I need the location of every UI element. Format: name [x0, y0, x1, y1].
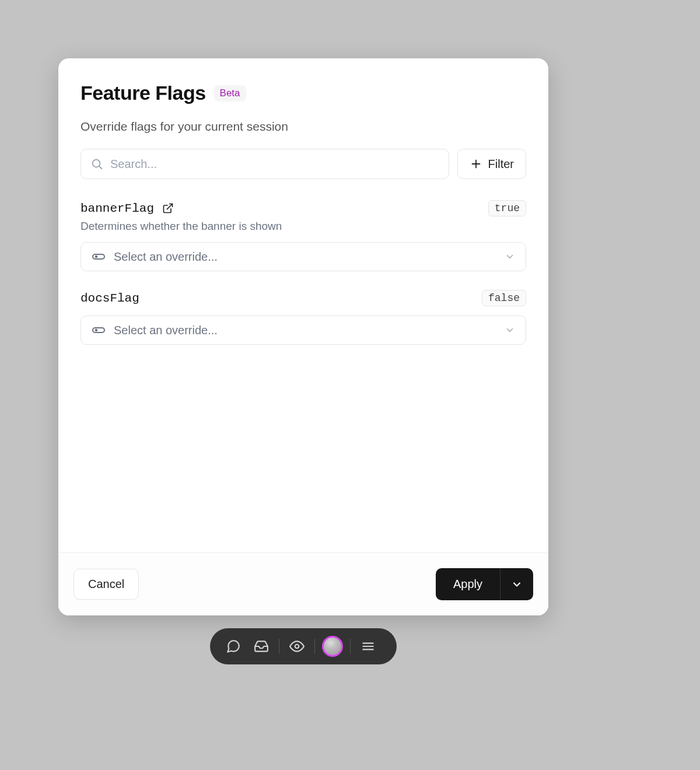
flag-name-row: bannerFlag — [80, 202, 174, 215]
svg-line-1 — [99, 166, 102, 169]
flag-value-badge: true — [488, 200, 526, 216]
avatar[interactable] — [322, 636, 343, 657]
avatar-button[interactable] — [320, 634, 345, 659]
menu-button[interactable] — [355, 634, 381, 659]
search-row: Filter — [80, 149, 526, 179]
search-box[interactable] — [80, 149, 449, 179]
chevron-down-icon — [505, 251, 515, 262]
svg-rect-5 — [93, 254, 104, 259]
flag-header: bannerFlag true — [80, 200, 526, 216]
override-select[interactable]: Select an override... — [80, 242, 526, 271]
toggle-icon — [92, 323, 106, 337]
svg-point-9 — [295, 645, 299, 649]
flag-item: docsFlag false Select an override... — [80, 290, 526, 345]
external-link-icon[interactable] — [162, 202, 174, 214]
override-placeholder: Select an override... — [114, 324, 218, 337]
flag-description: Determines whether the banner is shown — [80, 220, 526, 233]
apply-button[interactable]: Apply — [436, 568, 500, 600]
toggle-icon — [92, 250, 106, 264]
chevron-down-icon — [511, 579, 523, 590]
modal-footer: Cancel Apply — [58, 552, 548, 615]
svg-rect-7 — [93, 328, 104, 332]
override-left: Select an override... — [92, 323, 218, 337]
modal-body: Feature Flags Beta Override flags for yo… — [58, 58, 548, 552]
override-placeholder: Select an override... — [114, 250, 218, 264]
flag-name: docsFlag — [80, 292, 139, 305]
svg-line-4 — [167, 204, 172, 209]
flag-value-badge: false — [482, 290, 526, 306]
svg-point-8 — [95, 329, 98, 332]
menu-icon — [360, 639, 376, 654]
modal-subtitle: Override flags for your current session — [80, 120, 526, 134]
svg-point-6 — [95, 256, 98, 258]
chevron-down-icon — [505, 325, 515, 335]
inbox-icon — [254, 639, 269, 654]
title-row: Feature Flags Beta — [80, 82, 526, 104]
flag-name: bannerFlag — [80, 202, 154, 215]
cancel-button[interactable]: Cancel — [74, 569, 139, 600]
override-left: Select an override... — [92, 250, 218, 264]
filter-button[interactable]: Filter — [457, 149, 526, 179]
filter-label: Filter — [488, 158, 514, 171]
visibility-button[interactable] — [284, 634, 310, 659]
flag-header: docsFlag false — [80, 290, 526, 306]
chat-icon — [226, 639, 241, 654]
eye-icon — [289, 639, 304, 654]
feature-flags-modal: Feature Flags Beta Override flags for yo… — [58, 58, 548, 615]
search-input[interactable] — [110, 158, 439, 171]
flag-item: bannerFlag true Determines whether the b… — [80, 200, 526, 271]
flag-name-row: docsFlag — [80, 292, 139, 305]
modal-title: Feature Flags — [80, 82, 206, 104]
bottom-toolbar — [210, 628, 397, 664]
comment-button[interactable] — [220, 634, 246, 659]
override-select[interactable]: Select an override... — [80, 316, 526, 345]
plus-icon — [470, 158, 482, 170]
toolbar-separator — [314, 639, 315, 654]
search-icon — [90, 158, 103, 170]
toolbar-separator — [279, 639, 279, 654]
apply-dropdown-button[interactable] — [500, 568, 533, 600]
inbox-button[interactable] — [249, 634, 274, 659]
apply-button-group: Apply — [436, 568, 533, 600]
toolbar-separator — [350, 639, 351, 654]
beta-badge: Beta — [214, 85, 246, 102]
